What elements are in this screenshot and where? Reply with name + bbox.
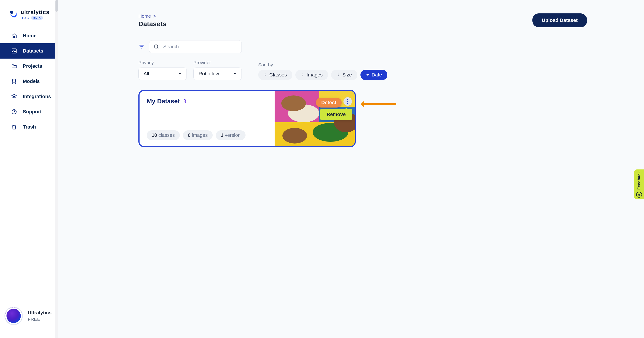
stat-label: images [192,132,208,138]
privacy-label: Privacy [138,60,187,65]
privacy-value: All [144,71,149,77]
main-area: Home > Datasets Upload Dataset [58,0,644,338]
svg-point-14 [281,96,306,111]
sidebar-item-label: Home [23,33,36,39]
sidebar-scrollbar-track [55,0,58,338]
sort-chip-classes[interactable]: Classes [258,70,292,80]
sort-group: Sort by Classes Images Size [258,62,388,80]
sort-chip-label: Date [372,72,382,78]
search-box[interactable] [149,40,242,53]
toolbar [138,40,587,53]
svg-point-8 [154,45,158,48]
stat-images: 6images [183,130,213,140]
dataset-title: My Dataset [147,98,270,105]
breadcrumb-separator: > [153,14,156,18]
layers-icon [11,93,18,100]
stat-versions: 1version [216,130,246,140]
stat-value: 1 [221,132,224,138]
sort-chip-label: Classes [270,72,287,78]
stat-label: classes [158,132,175,138]
svg-point-7 [14,113,14,113]
sidebar-item-label: Support [23,109,42,115]
page-title: Datasets [138,20,166,28]
sort-icon [264,73,267,77]
sort-icon [336,73,340,77]
dataset-stats: 10classes 6images 1version [147,130,270,140]
sidebar-item-label: Datasets [23,48,44,54]
stat-label: version [225,132,240,138]
brand-text: ultralytics HUB BETA [20,10,50,20]
remove-menu-item[interactable]: Remove [320,109,352,120]
sort-chip-size[interactable]: Size [331,70,357,80]
user-plan: FREE [28,316,52,322]
user-block[interactable]: Ultralytics FREE [0,307,58,338]
feedback-smile-icon [636,192,642,198]
dataset-card[interactable]: My Dataset 10classes 6images 1version [138,90,356,147]
brand-beta-badge: BETA [31,16,43,20]
svg-point-4 [12,82,13,84]
brand-name: ultralytics [20,10,50,15]
sidebar-item-label: Integrations [23,94,51,100]
provider-select[interactable]: Roboflow [194,68,242,80]
detect-badge: Detect [316,98,342,108]
sort-down-icon [366,73,370,77]
breadcrumb-home[interactable]: Home [138,14,151,18]
brand-logo[interactable]: ultralytics HUB BETA [0,0,58,28]
sidebar-item-support[interactable]: Support [0,104,58,119]
chevron-down-icon [233,72,236,76]
svg-point-19 [639,194,640,194]
upload-dataset-button[interactable]: Upload Dataset [532,14,587,27]
sidebar-item-projects[interactable]: Projects [0,58,58,74]
filter-toggle-button[interactable] [138,43,145,50]
filter-icon [139,44,145,50]
image-icon [11,48,18,54]
brand-mark-icon [10,10,18,19]
dataset-thumbnail: Detect Remove [274,91,355,146]
svg-rect-1 [12,49,16,53]
grid-icon [11,78,18,85]
user-name: Ultralytics [28,310,52,316]
sidebar-scrollbar-thumb[interactable] [56,0,58,12]
roboflow-icon [182,98,188,104]
trash-icon [11,124,18,130]
stat-value: 10 [152,132,157,138]
dataset-title-text: My Dataset [147,98,180,105]
stat-value: 6 [188,132,190,138]
privacy-filter: Privacy All [138,60,187,80]
dataset-card-body: My Dataset 10classes 6images 1version [140,91,274,146]
search-input[interactable] [163,44,238,50]
sidebar-item-models[interactable]: Models [0,74,58,89]
avatar [4,307,23,325]
chevron-down-icon [178,72,182,76]
sort-label: Sort by [258,62,388,68]
divider [250,64,250,80]
privacy-select[interactable]: All [138,68,187,80]
feedback-tab[interactable]: Feedback [634,170,644,200]
sidebar-item-integrations[interactable]: Integrations [0,89,58,104]
page-header: Home > Datasets Upload Dataset [138,14,587,28]
sidebar-nav: Home Datasets Projects Models [0,28,58,134]
sort-chip-label: Images [306,72,323,78]
sidebar-item-label: Trash [23,124,36,130]
sort-chip-date[interactable]: Date [360,70,387,80]
sidebar: ultralytics HUB BETA Home Datasets Proje… [0,0,58,338]
provider-value: Roboflow [198,71,219,77]
sort-chip-label: Size [342,72,352,78]
svg-point-18 [638,194,639,194]
svg-point-2 [12,79,13,80]
help-icon [11,108,18,115]
svg-point-0 [10,11,13,14]
sort-icon [301,73,304,77]
sidebar-item-label: Projects [23,63,42,69]
sidebar-item-trash[interactable]: Trash [0,119,58,134]
home-icon [11,32,18,39]
breadcrumb: Home > [138,14,166,19]
stat-classes: 10classes [147,130,180,140]
folder-icon [11,63,18,70]
sidebar-item-home[interactable]: Home [0,28,58,43]
sidebar-item-datasets[interactable]: Datasets [0,43,58,58]
card-more-button[interactable] [344,97,352,106]
brand-hub: HUB [20,16,29,20]
svg-point-3 [15,79,16,80]
sort-chip-images[interactable]: Images [296,70,328,80]
